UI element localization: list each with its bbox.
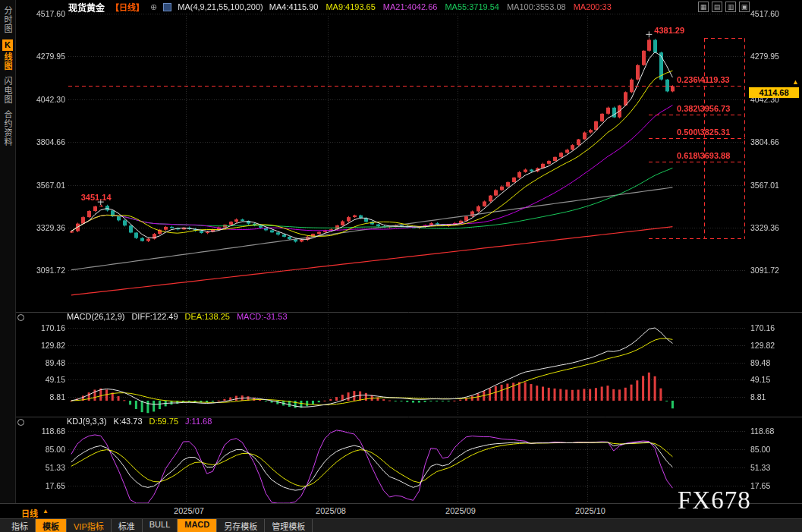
price-tick-right-4: 3567.01: [750, 181, 799, 190]
kdj-tick-right-1: 85.00: [750, 445, 799, 454]
layout-option-icon-0[interactable]: ▦: [698, 2, 709, 12]
kdj-tick-left-2: 51.33: [20, 463, 65, 472]
topbar: 现货黄金 【日线】 ⊕ MA(4,9,21,55,100,200) MA4:41…: [15, 0, 802, 14]
bottom-tab-6[interactable]: 另存模板: [217, 519, 265, 532]
macd-tick-left-4: 8.81: [20, 392, 65, 401]
macd-tick-right-1: 129.82: [750, 341, 799, 350]
watermark: FX678: [678, 486, 751, 515]
price-tick-left-3: 3804.66: [20, 137, 65, 146]
period-tag[interactable]: 【日线】: [111, 1, 144, 13]
trading-terminal: 分时图K线图闪电图合约资料 现货黄金 【日线】 ⊕ MA(4,9,21,55,1…: [0, 0, 802, 532]
price-tick-left-4: 3567.01: [20, 181, 65, 190]
macd-tick-left-0: 170.16: [20, 323, 65, 332]
kdj-tick-left-3: 17.65: [20, 481, 65, 490]
ma-value-2: MA21:4042.66: [383, 2, 438, 11]
macd-bar-value: MACD:-31.53: [237, 312, 288, 321]
kdj-tick-right-0: 118.68: [750, 427, 799, 436]
price-tick-left-6: 3091.72: [20, 266, 65, 275]
bottom-tab-3[interactable]: 标准: [112, 519, 143, 532]
fib-level-label-0: 0.236\4119.33: [677, 75, 730, 84]
price-tick-right-3: 3804.66: [750, 137, 799, 146]
kdj-tick-left-1: 85.00: [20, 445, 65, 454]
kdj-j-value: J:11.68: [185, 417, 212, 426]
ma-settings-label: MA(4,9,21,55,100,200): [178, 2, 263, 11]
macd-tick-right-3: 49.15: [750, 375, 799, 384]
fib-level-label-3: 0.618\3693.88: [677, 151, 730, 160]
layout-option-icon-2[interactable]: ▥: [725, 2, 736, 12]
price-tick-left-2: 4042.30: [20, 95, 65, 104]
ma-value-1: MA9:4193.65: [326, 2, 375, 11]
ma-value-0: MA4:4115.90: [269, 2, 319, 11]
bottom-tab-1[interactable]: 模板: [36, 519, 67, 532]
bottom-tab-5[interactable]: MACD: [178, 519, 217, 532]
xaxis-month-label-1: 2025/08: [310, 506, 352, 515]
sidebar-item-0[interactable]: 分时图: [2, 6, 14, 33]
macd-tick-left-1: 129.82: [20, 341, 65, 350]
macd-diff-value: DIFF:122.49: [131, 312, 178, 321]
layout-option-icon-3[interactable]: ▣: [739, 2, 750, 12]
kdj-title: KDJ(9,3,3): [67, 417, 107, 426]
macd-dea-value: DEA:138.25: [185, 312, 230, 321]
chart-canvas[interactable]: [15, 14, 802, 503]
macd-title: MACD(26,12,9): [67, 312, 124, 321]
xaxis-month-label-0: 2025/07: [168, 506, 210, 515]
ma-value-3: MA55:3719.54: [445, 2, 499, 11]
price-annotation-0: 3451.14: [81, 193, 112, 202]
window-layout-icons: ▦▤▥▣: [698, 2, 750, 12]
circle-plus-icon[interactable]: ⊕: [150, 2, 157, 12]
price-tick-right-6: 3091.72: [750, 266, 799, 275]
xaxis-month-label-3: 2025/10: [569, 506, 612, 515]
chart-type-sidebar: 分时图K线图闪电图合约资料: [0, 0, 16, 518]
price-up-arrow-icon: ▲: [792, 78, 799, 86]
active-tab-badge: K: [2, 39, 13, 51]
sidebar-item-3[interactable]: 合约资料: [2, 110, 14, 146]
price-tick-left-5: 3329.36: [20, 223, 65, 232]
bottom-tab-2[interactable]: VIP指标: [67, 519, 112, 532]
timeframe-label[interactable]: 日线: [21, 507, 38, 519]
macd-tick-left-2: 89.48: [20, 358, 65, 367]
macd-panel-collapse-icon[interactable]: [17, 314, 24, 321]
price-annotation-1: 4381.29: [654, 26, 684, 35]
macd-tick-right-4: 8.81: [750, 392, 799, 401]
symbol-name[interactable]: 现货黄金: [68, 1, 105, 14]
kdj-tick-left-0: 118.68: [20, 427, 65, 436]
bottom-tab-0[interactable]: 指标: [5, 519, 36, 532]
macd-indicator-header: MACD(26,12,9) DIFF:122.49 DEA:138.25 MAC…: [67, 312, 288, 321]
bottom-toolbar: 指标模板VIP指标标准BULLMACD另存模板管理模板: [0, 518, 802, 532]
macd-tick-left-3: 49.15: [20, 375, 65, 384]
bottom-tab-4[interactable]: BULL: [143, 519, 178, 532]
fib-level-label-1: 0.382\3956.73: [677, 104, 730, 113]
macd-tick-right-2: 89.48: [750, 358, 799, 367]
fib-level-label-2: 0.500\3825.31: [677, 127, 730, 137]
kdj-tick-right-2: 51.33: [750, 463, 799, 472]
ma-value-5: MA200:33: [574, 2, 612, 11]
kdj-indicator-header: KDJ(9,3,3) K:43.73 D:59.75 J:11.68: [67, 417, 212, 426]
price-tick-right-5: 3329.36: [750, 223, 799, 232]
kdj-tick-right-3: 17.65: [750, 481, 799, 490]
sidebar-item-label: 线图: [3, 52, 12, 71]
price-tick-right-1: 4279.95: [750, 52, 799, 61]
sidebar-item-2[interactable]: 闪电图: [2, 77, 14, 104]
layout-option-icon-1[interactable]: ▤: [712, 2, 722, 12]
xaxis-month-label-2: 2025/09: [439, 506, 482, 515]
sidebar-item-1[interactable]: K线图: [2, 39, 14, 71]
bottom-toolbar-tabs: 指标模板VIP指标标准BULLMACD另存模板管理模板: [5, 519, 313, 532]
ma-values: MA4:4115.90MA9:4193.65MA21:4042.66MA55:3…: [269, 2, 612, 11]
kdj-d-value: D:59.75: [149, 417, 179, 426]
bottom-tab-7[interactable]: 管理模板: [265, 519, 313, 532]
ma-value-4: MA100:3553.08: [507, 2, 566, 11]
last-price-tag: 4114.68: [749, 87, 799, 98]
timeframe-arrow-icon[interactable]: ▲: [42, 508, 49, 515]
kdj-panel-collapse-icon[interactable]: [17, 419, 24, 426]
macd-tick-right-0: 170.16: [750, 323, 799, 332]
indicator-settings-icon[interactable]: [163, 3, 171, 11]
price-tick-left-1: 4279.95: [20, 52, 65, 61]
kdj-k-value: K:43.73: [114, 417, 143, 426]
